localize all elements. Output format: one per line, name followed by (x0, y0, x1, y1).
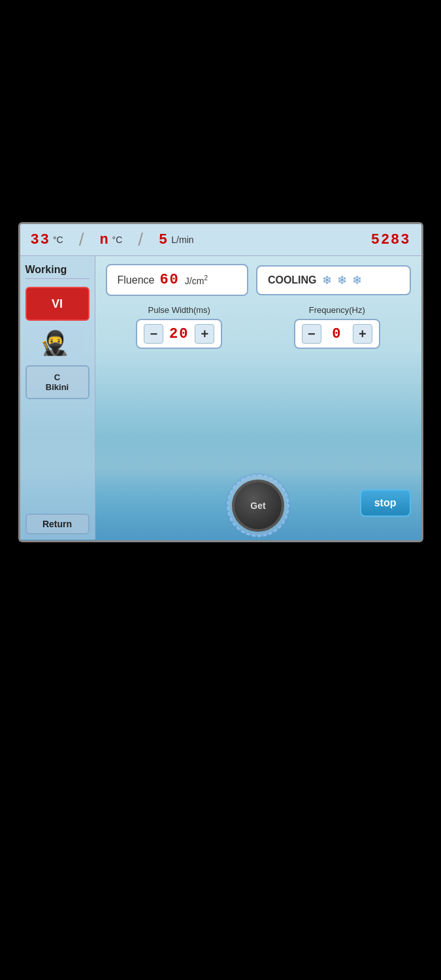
return-button[interactable]: Return (25, 514, 90, 534)
flow-rate: 5 L/min (159, 232, 193, 248)
minus-icon: − (150, 327, 157, 340)
snowflake-1: ❄ (322, 273, 332, 287)
main-area: Working VI 🥷 C Bikini Return Fluence 60 (20, 256, 421, 540)
temperature-1: 33 °C (31, 232, 63, 248)
frequency-minus-button[interactable]: − (302, 324, 321, 344)
pulse-width-label: Pulse Width(ms) (148, 305, 210, 315)
get-button[interactable]: Get (232, 480, 284, 532)
divider-1: / (79, 229, 84, 250)
frequency-value: 0 (325, 326, 349, 342)
sidebar: Working VI 🥷 C Bikini Return (20, 256, 95, 540)
vi-button[interactable]: VI (25, 287, 90, 321)
pulse-width-group: Pulse Width(ms) − 20 + (106, 305, 253, 349)
frequency-plus-button[interactable]: + (353, 324, 372, 344)
bikini-button[interactable]: C Bikini (25, 365, 90, 399)
freq-minus-icon: − (308, 327, 316, 340)
counter: 5283 (371, 232, 411, 248)
get-button-label: Get (250, 500, 265, 511)
content-area: Fluence 60 J/cm2 COOLING ❄ ❄ ❄ Pulse Wid… (95, 256, 421, 540)
controls-row: Pulse Width(ms) − 20 + Frequency(Hz) (106, 305, 411, 349)
pulse-width-plus-button[interactable]: + (195, 324, 214, 344)
divider-2: / (138, 229, 143, 250)
temp2-value: n (99, 232, 109, 248)
bikini-label: C Bikini (46, 372, 69, 392)
snowflake-2: ❄ (337, 273, 347, 287)
status-bar: 33 °C / n °C / 5 L/min 5283 (20, 224, 421, 256)
person-icon-area: 🥷 (25, 326, 84, 360)
return-label: Return (42, 519, 72, 529)
stop-button[interactable]: stop (360, 489, 411, 517)
freq-plus-icon: + (359, 327, 367, 340)
cooling-label: COOLING (268, 274, 317, 286)
frequency-input: − 0 + (294, 319, 380, 349)
counter-value: 5283 (371, 232, 411, 248)
flow-value: 5 (159, 232, 169, 248)
frequency-label: Frequency(Hz) (309, 305, 365, 315)
temp1-value: 33 (31, 232, 50, 248)
top-row: Fluence 60 J/cm2 COOLING ❄ ❄ ❄ (106, 264, 411, 296)
temperature-2: n °C (99, 232, 122, 248)
fluence-unit: J/cm2 (185, 274, 208, 286)
flow-unit: L/min (171, 235, 193, 245)
pulse-width-value: 20 (167, 326, 191, 342)
fluence-box: Fluence 60 J/cm2 (106, 264, 248, 296)
bottom-row: Get stop (106, 480, 411, 532)
person-icon: 🥷 (40, 329, 69, 357)
temp2-unit: °C (112, 235, 123, 245)
cooling-box: COOLING ❄ ❄ ❄ (256, 265, 411, 295)
pulse-width-minus-button[interactable]: − (144, 324, 163, 344)
fluence-value: 60 (159, 272, 179, 288)
plus-icon: + (201, 327, 208, 340)
device-screen: 33 °C / n °C / 5 L/min 5283 Working VI 🥷 (18, 222, 423, 542)
fluence-label: Fluence (118, 274, 155, 286)
pulse-width-input: − 20 + (136, 319, 222, 349)
snowflake-3: ❄ (352, 273, 362, 287)
vi-label: VI (52, 297, 63, 311)
temp1-unit: °C (53, 235, 63, 245)
working-label: Working (25, 261, 90, 279)
frequency-group: Frequency(Hz) − 0 + (263, 305, 411, 349)
